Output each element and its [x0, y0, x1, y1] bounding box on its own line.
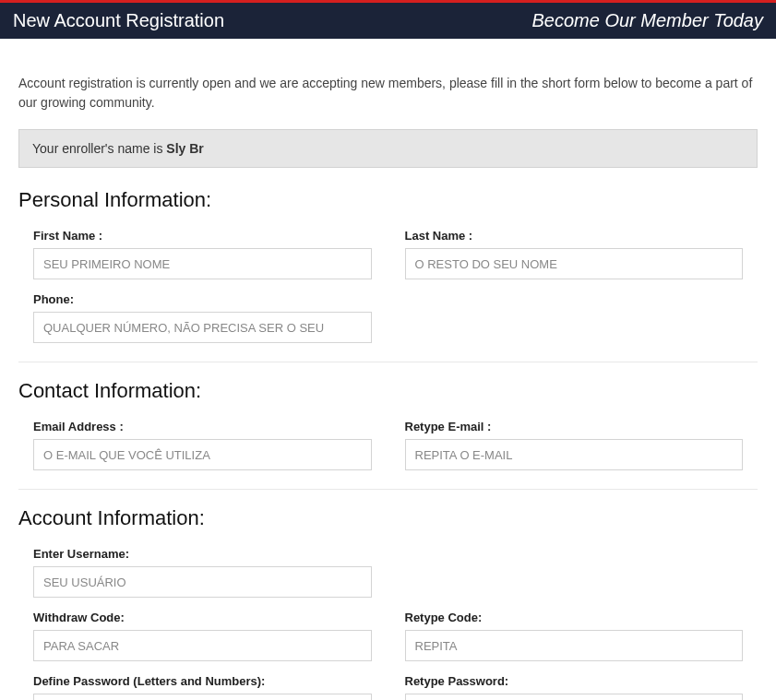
enroller-box: Your enroller's name is Sly Br [18, 129, 758, 168]
field-username: Enter Username: [33, 547, 372, 598]
field-phone: Phone: [33, 292, 372, 343]
enroller-name: Sly Br [166, 141, 203, 156]
page-header: New Account Registration Become Our Memb… [0, 0, 776, 39]
last-name-input[interactable] [405, 248, 744, 279]
retype-code-input[interactable] [405, 630, 744, 661]
phone-label: Phone: [33, 292, 372, 306]
retype-email-input[interactable] [405, 439, 744, 470]
username-input[interactable] [33, 566, 372, 598]
content-area: Account registration is currently open a… [0, 39, 776, 700]
row-name: First Name : Last Name : [18, 229, 758, 279]
row-withdraw: Withdraw Code: Retype Code: [18, 611, 758, 661]
row-phone: Phone: [18, 292, 758, 343]
divider [18, 362, 758, 362]
section-account-title: Account Information: [18, 506, 758, 530]
username-label: Enter Username: [33, 547, 372, 561]
page-title: New Account Registration [13, 10, 224, 31]
field-retype-email: Retype E-mail : [405, 420, 744, 470]
email-label: Email Address : [33, 420, 372, 433]
password-input[interactable] [33, 694, 372, 700]
first-name-input[interactable] [33, 248, 372, 279]
withdraw-code-label: Withdraw Code: [33, 611, 372, 624]
field-email: Email Address : [33, 420, 372, 470]
field-retype-password: Retype Password: [405, 674, 744, 700]
field-last-name: Last Name : [405, 229, 744, 279]
email-input[interactable] [33, 439, 372, 470]
field-first-name: First Name : [33, 229, 372, 279]
retype-email-label: Retype E-mail : [405, 420, 744, 433]
field-password: Define Password (Letters and Numbers): [33, 674, 372, 700]
retype-code-label: Retype Code: [405, 611, 744, 624]
last-name-label: Last Name : [405, 229, 744, 243]
divider [18, 489, 758, 490]
enroller-prefix: Your enroller's name is [32, 141, 166, 156]
retype-password-label: Retype Password: [405, 674, 744, 688]
intro-text: Account registration is currently open a… [18, 39, 758, 129]
row-email: Email Address : Retype E-mail : [18, 420, 758, 470]
field-retype-code: Retype Code: [405, 611, 744, 661]
row-password: Define Password (Letters and Numbers): R… [18, 674, 758, 700]
field-withdraw-code: Withdraw Code: [33, 611, 372, 661]
withdraw-code-input[interactable] [33, 630, 372, 661]
password-label: Define Password (Letters and Numbers): [33, 674, 372, 688]
phone-input[interactable] [33, 312, 372, 343]
first-name-label: First Name : [33, 229, 372, 243]
row-username: Enter Username: [18, 547, 758, 598]
retype-password-input[interactable] [405, 694, 744, 700]
section-personal-title: Personal Information: [18, 188, 758, 212]
section-contact-title: Contact Information: [18, 379, 758, 403]
page-tagline: Become Our Member Today [532, 10, 763, 31]
